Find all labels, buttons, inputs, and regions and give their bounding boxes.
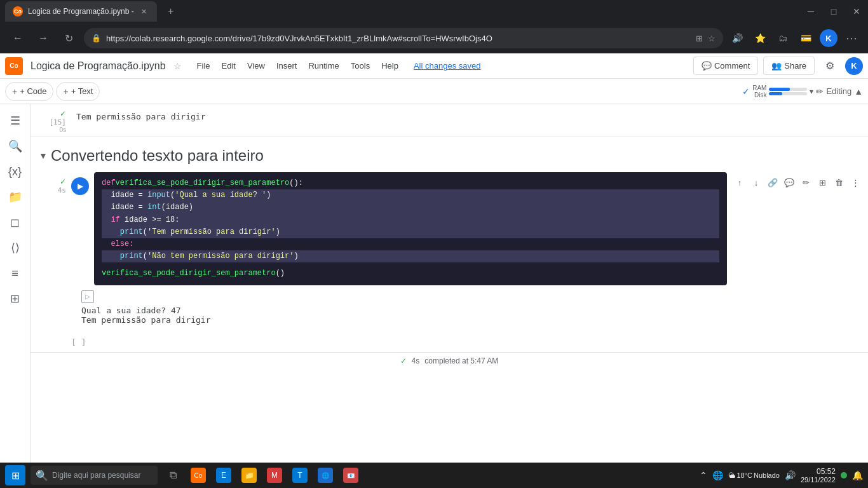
code-cell-wrapper: ✓ 4s ▶ def verifica_se_pode_dirigir_sem_… xyxy=(31,170,868,288)
ram-bar-fill xyxy=(769,88,790,91)
ram-disk-labels: RAM Disk xyxy=(752,85,766,98)
taskbar-search-bar[interactable]: 🔍 Digite aqui para pesquisar xyxy=(31,466,158,485)
code-line-7: print('Não tem permissão para dirigir') xyxy=(102,250,719,262)
code-line-1: def verifica_se_pode_dirigir_sem_paramet… xyxy=(102,177,719,189)
taskbar-app-2[interactable]: E xyxy=(214,465,234,485)
notification-icon[interactable]: 🔔 xyxy=(852,470,863,480)
maximize-btn[interactable]: □ xyxy=(827,5,840,18)
back-btn[interactable]: ← xyxy=(8,28,28,48)
plus-text-icon: + xyxy=(63,86,68,97)
close-btn[interactable]: ✕ xyxy=(850,5,863,18)
sidebar-menu-icon[interactable]: ☰ xyxy=(4,109,27,132)
delete-cell-btn[interactable]: 🗑 xyxy=(831,175,846,190)
notebook-content: ✓ [15] 0s Tem permissão para dirigir ▼ C… xyxy=(31,104,868,488)
ram-label: RAM xyxy=(752,85,766,92)
plus-icon: + xyxy=(12,86,17,97)
menu-help[interactable]: Help xyxy=(376,58,403,73)
favorites-btn[interactable]: ⭐ xyxy=(751,29,769,47)
status-time: 4s xyxy=(412,356,420,365)
read-aloud-btn[interactable]: 🔊 xyxy=(728,29,746,47)
colab-logo: Co xyxy=(5,57,23,75)
menu-tools[interactable]: Tools xyxy=(346,58,375,73)
menu-edit[interactable]: Edit xyxy=(217,58,241,73)
star-icon[interactable]: ☆ xyxy=(173,61,182,71)
code-line-3: idade = int(idade) xyxy=(102,201,719,214)
code-line-6: else: xyxy=(102,238,719,250)
move-up-btn[interactable]: ↑ xyxy=(732,175,747,190)
taskbar-app-5[interactable]: T xyxy=(290,465,310,485)
taskbar-app-4[interactable]: M xyxy=(264,465,285,485)
clock-date: 29/11/2022 xyxy=(801,476,836,484)
code-editor[interactable]: def verifica_se_pode_dirigir_sem_paramet… xyxy=(94,172,727,285)
code-line-9: verifica_se_pode_dirigir_sem_parametro() xyxy=(102,268,719,280)
taskbar-app-3[interactable]: 📁 xyxy=(239,465,259,485)
more-cell-btn[interactable]: ⋮ xyxy=(848,175,863,190)
address-bar[interactable]: 🔒 https://colab.research.google.com/driv… xyxy=(84,28,723,48)
forward-btn[interactable]: → xyxy=(33,28,53,48)
weather-text: Nublado xyxy=(754,471,780,479)
menu-view[interactable]: View xyxy=(242,58,270,73)
tab-close-btn[interactable]: ✕ xyxy=(139,6,149,17)
resource-dropdown-btn[interactable]: ▾ xyxy=(810,87,813,96)
expand-cell-btn[interactable]: ⊞ xyxy=(815,175,830,190)
status-text: completed at 5:47 AM xyxy=(424,356,498,365)
output-icon: ▷ xyxy=(81,290,94,303)
edit-cell-btn[interactable]: ✏ xyxy=(798,175,813,190)
collections-btn[interactable]: 🗂 xyxy=(774,29,792,47)
share-btn[interactable]: 👥 Share xyxy=(763,57,815,75)
minimize-btn[interactable]: ─ xyxy=(804,5,817,18)
chevron-up-icon[interactable]: ▲ xyxy=(854,86,863,97)
chevron-tray-icon[interactable]: ⌃ xyxy=(700,470,707,480)
comment-cell-btn[interactable]: 💬 xyxy=(782,175,797,190)
menu-file[interactable]: File xyxy=(192,58,215,73)
network-icon: 🌐 xyxy=(712,470,723,480)
editing-label: Editing xyxy=(826,86,851,96)
wallet-btn[interactable]: 💳 xyxy=(797,29,815,47)
sidebar: ☰ 🔍 {x} 📁 ◻ ⟨⟩ ≡ ⊞ xyxy=(0,104,31,488)
menu-runtime[interactable]: Runtime xyxy=(303,58,344,73)
start-btn[interactable]: ⊞ xyxy=(5,465,25,485)
more-options-btn[interactable]: ⋯ xyxy=(843,29,860,47)
code-line-5: print('Tem permissão para dirigir') xyxy=(102,226,719,238)
browser-actions: 🔊 ⭐ 🗂 💳 K ⋯ xyxy=(728,29,860,47)
link-btn[interactable]: 🔗 xyxy=(765,175,780,190)
taskbar-app-1[interactable]: Co xyxy=(188,465,208,485)
new-tab-btn[interactable]: + xyxy=(162,3,180,20)
sidebar-search-icon[interactable]: 🔍 xyxy=(4,135,27,158)
sidebar-files-icon[interactable]: 📁 xyxy=(4,186,27,208)
sidebar-toc-icon[interactable]: ◻ xyxy=(4,211,27,234)
taskbar-search-text: Digite aqui para pesquisar xyxy=(52,471,140,480)
taskbar-app-7[interactable]: 📧 xyxy=(341,465,361,485)
refresh-btn[interactable]: ↻ xyxy=(58,28,79,48)
colab-user-avatar[interactable]: K xyxy=(845,57,863,75)
main-layout: ☰ 🔍 {x} 📁 ◻ ⟨⟩ ≡ ⊞ ✓ [15] 0s Tem permiss… xyxy=(0,104,868,488)
sidebar-variables-icon[interactable]: {x} xyxy=(4,160,27,183)
move-down-btn[interactable]: ↓ xyxy=(749,175,764,190)
sound-icon[interactable]: 🔊 xyxy=(785,470,796,480)
cell-15-time: 0s xyxy=(59,126,66,133)
user-avatar[interactable]: K xyxy=(820,29,837,47)
active-tab[interactable]: Co Logica de Programação.ipynb - ✕ xyxy=(5,1,157,22)
status-bar: ✓ 4s completed at 5:47 AM xyxy=(31,352,868,370)
add-text-btn[interactable]: + + Text xyxy=(56,82,100,101)
section-collapse-btn[interactable]: ▼ xyxy=(36,148,51,163)
window-controls: ─ □ ✕ xyxy=(804,5,863,18)
search-icon: 🔍 xyxy=(36,470,48,482)
colab-menus: File Edit View Insert Runtime Tools Help xyxy=(192,58,403,73)
sidebar-terminal-icon[interactable]: ⊞ xyxy=(4,287,27,310)
save-status[interactable]: All changes saved xyxy=(414,61,481,71)
taskbar-app-6[interactable]: 🌐 xyxy=(315,465,336,485)
edit-pencil-icon: ✏ xyxy=(816,86,824,97)
settings-btn[interactable]: ⚙ xyxy=(820,56,840,76)
lock-icon: 🔒 xyxy=(92,34,101,43)
sidebar-snippets-icon[interactable]: ≡ xyxy=(4,262,27,285)
comment-btn[interactable]: 💬 Comment xyxy=(693,57,758,75)
run-cell-btn[interactable]: ▶ xyxy=(71,177,89,195)
menu-insert[interactable]: Insert xyxy=(271,58,302,73)
connected-check-icon: ✓ xyxy=(742,86,750,97)
taskbar-task-view[interactable]: ⧉ xyxy=(163,465,183,485)
section-title: Convertendo tesxto para inteiro xyxy=(51,147,264,165)
output-line-1: Qual a sua idade? 47 xyxy=(81,306,863,315)
add-code-btn[interactable]: + + Code xyxy=(5,82,53,101)
sidebar-code-icon[interactable]: ⟨⟩ xyxy=(4,236,27,259)
